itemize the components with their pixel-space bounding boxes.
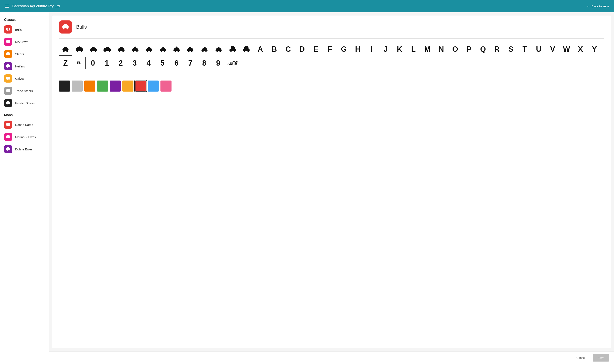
icon-cell-S[interactable]: S: [504, 43, 517, 56]
icon-cell-U[interactable]: U: [532, 43, 545, 56]
feeder-steers-label: Feeder Steers: [15, 101, 35, 105]
icon-cell-script[interactable]: 𝒜𝒢: [225, 57, 239, 70]
icon-cell-V[interactable]: V: [546, 43, 559, 56]
color-cell-red[interactable]: [135, 80, 146, 91]
mobs-section-label: Mobs: [0, 112, 49, 118]
icon-cell-llama1[interactable]: [226, 43, 239, 56]
color-cell-green[interactable]: [97, 80, 108, 91]
animal4-icon: [103, 45, 112, 54]
icon-cell-animal3[interactable]: [87, 43, 100, 56]
dohne-ewes-icon-bg: [4, 145, 12, 153]
icon-cell-4[interactable]: 4: [142, 57, 155, 70]
sidebar-item-feeder-steers[interactable]: Feeder Steers: [0, 97, 49, 109]
sidebar-item-steers[interactable]: Steers: [0, 48, 49, 60]
main-layout: Classes Bulls MA Cows Steers Heifers: [0, 12, 614, 364]
color-cell-blue[interactable]: [148, 80, 159, 91]
icon-cell-G[interactable]: G: [337, 43, 350, 56]
icon-cell-W[interactable]: W: [560, 43, 573, 56]
icon-cell-goat6[interactable]: [198, 43, 211, 56]
icon-cell-7[interactable]: 7: [184, 57, 197, 70]
icon-cell-6[interactable]: 6: [170, 57, 183, 70]
icon-cell-Y[interactable]: Y: [588, 43, 601, 56]
icon-cell-animal5[interactable]: [115, 43, 128, 56]
llama1-icon: [228, 45, 237, 54]
icon-cell-Z[interactable]: Z: [59, 57, 72, 70]
icon-cell-goat7[interactable]: [212, 43, 225, 56]
icon-cell-R[interactable]: R: [490, 43, 503, 56]
icon-cell-1[interactable]: 1: [100, 57, 113, 70]
icon-cell-bull2[interactable]: [73, 43, 86, 56]
sidebar-item-trade-steers[interactable]: Trade Steers: [0, 85, 49, 97]
icon-cell-J[interactable]: J: [379, 43, 392, 56]
icon-cell-O[interactable]: O: [449, 43, 462, 56]
icon-cell-M[interactable]: M: [421, 43, 434, 56]
goat3-icon: [158, 45, 167, 54]
icon-cell-8[interactable]: 8: [198, 57, 211, 70]
header-left: Barcoolah Agriculture Pty Ltd: [5, 4, 60, 8]
icon-cell-T[interactable]: T: [518, 43, 531, 56]
color-cell-gray[interactable]: [72, 80, 83, 91]
color-cell-purple[interactable]: [110, 80, 121, 91]
icon-cell-F[interactable]: F: [323, 43, 336, 56]
icon-cell-C[interactable]: C: [282, 43, 295, 56]
cancel-button[interactable]: Cancel: [572, 354, 590, 362]
icon-cell-5[interactable]: 5: [156, 57, 169, 70]
icon-cell-Q[interactable]: Q: [476, 43, 489, 56]
color-cell-orange[interactable]: [84, 80, 95, 91]
icon-cell-N[interactable]: N: [435, 43, 448, 56]
heifers-animal-icon: [6, 64, 11, 69]
picker-header: Bulls: [59, 20, 604, 34]
icon-cell-goat4[interactable]: [170, 43, 183, 56]
icon-cell-9[interactable]: 9: [212, 57, 225, 70]
goat4-icon: [172, 45, 181, 54]
steers-animal-icon: [6, 52, 11, 56]
back-to-suite-button[interactable]: ← Back to suite: [586, 4, 609, 8]
icon-cell-goat1[interactable]: [128, 43, 142, 56]
sidebar-item-bulls[interactable]: Bulls: [0, 23, 49, 36]
ma-cows-label: MA Cows: [15, 40, 28, 43]
color-cell-pink[interactable]: [160, 80, 171, 91]
icon-cell-D[interactable]: D: [295, 43, 309, 56]
goat6-icon: [200, 45, 209, 54]
icon-cell-X[interactable]: X: [574, 43, 587, 56]
sidebar-item-ma-cows[interactable]: MA Cows: [0, 36, 49, 48]
merino-x-ewes-icon-bg: [4, 133, 12, 141]
icon-cell-bull1[interactable]: [59, 43, 72, 56]
icon-cell-goat3[interactable]: [156, 43, 169, 56]
calves-label: Calves: [15, 77, 25, 80]
icon-cell-llama2[interactable]: [240, 43, 253, 56]
sidebar-item-calves[interactable]: Calves: [0, 72, 49, 85]
dohne-ewes-label: Dohne Ewes: [15, 148, 32, 151]
icon-cell-K[interactable]: K: [393, 43, 406, 56]
icon-cell-goat2[interactable]: [142, 43, 155, 56]
icon-cell-2[interactable]: 2: [114, 57, 127, 70]
icon-cell-animal4[interactable]: [101, 43, 114, 56]
icon-cell-P[interactable]: P: [462, 43, 476, 56]
menu-icon[interactable]: [5, 5, 9, 8]
icon-cell-3[interactable]: 3: [128, 57, 141, 70]
trade-steers-label: Trade Steers: [15, 89, 33, 92]
sidebar-item-dohne-rams[interactable]: Dohne Rams: [0, 118, 49, 131]
sidebar-item-dohne-ewes[interactable]: Dohne Ewes: [0, 143, 49, 155]
colors-grid: [59, 80, 604, 91]
icon-cell-EU[interactable]: EU: [73, 57, 85, 69]
picker-title: Bulls: [76, 24, 87, 30]
icon-cell-E[interactable]: E: [309, 43, 322, 56]
color-cell-black[interactable]: [59, 80, 70, 91]
calves-icon-bg: [4, 74, 12, 83]
save-button[interactable]: Save: [593, 354, 609, 362]
icon-cell-L[interactable]: L: [407, 43, 420, 56]
icon-cell-0[interactable]: 0: [86, 57, 99, 70]
icon-cell-goat5[interactable]: [184, 43, 197, 56]
icon-cell-H[interactable]: H: [351, 43, 364, 56]
sidebar: Classes Bulls MA Cows Steers Heifers: [0, 12, 49, 364]
sidebar-item-merino-x-ewes[interactable]: Merino X Ewes: [0, 131, 49, 143]
sidebar-item-heifers[interactable]: Heifers: [0, 60, 49, 72]
icon-cell-I[interactable]: I: [365, 43, 378, 56]
dohne-rams-label: Dohne Rams: [15, 123, 33, 127]
icon-cell-B[interactable]: B: [268, 43, 281, 56]
goat5-icon: [186, 45, 195, 54]
goat2-icon: [144, 45, 154, 54]
color-cell-yellow[interactable]: [122, 80, 133, 91]
icon-cell-A[interactable]: A: [254, 43, 267, 56]
